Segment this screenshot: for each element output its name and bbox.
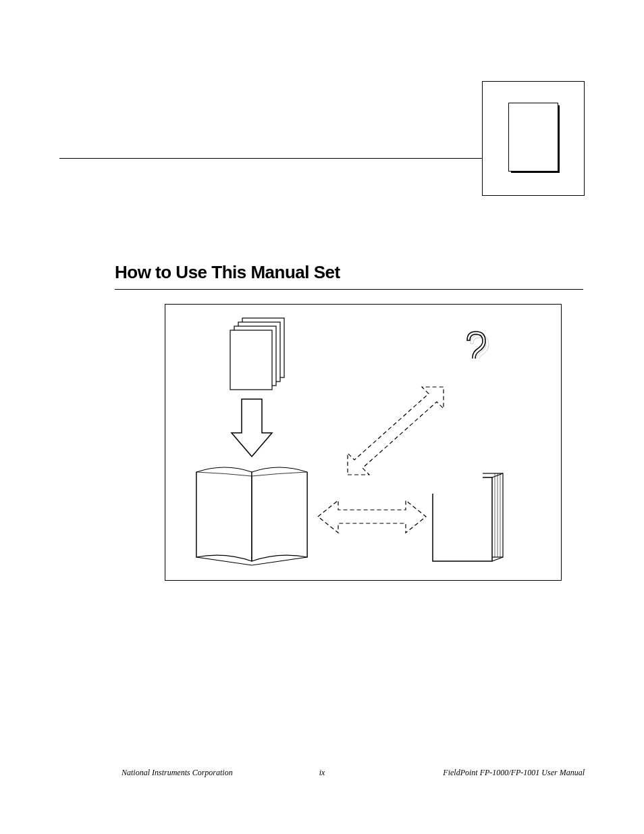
section-divider bbox=[115, 289, 583, 290]
flow-diagram bbox=[165, 304, 562, 581]
top-divider bbox=[59, 158, 482, 159]
section-heading: How to Use This Manual Set bbox=[115, 262, 340, 283]
corner-icon-box bbox=[482, 81, 585, 196]
svg-line-13 bbox=[492, 557, 503, 561]
svg-rect-3 bbox=[230, 330, 272, 390]
manual-page: How to Use This Manual Set bbox=[0, 0, 644, 834]
diagram-svg bbox=[165, 305, 561, 580]
footer-right-text: FieldPoint FP-1000/FP-1001 User Manual bbox=[443, 768, 585, 778]
open-book-icon bbox=[196, 467, 307, 565]
document-icon bbox=[508, 103, 558, 172]
stacked-documents-icon bbox=[230, 318, 284, 390]
dashed-double-arrow-horiz-icon bbox=[318, 500, 426, 533]
arrow-down-icon bbox=[232, 399, 272, 457]
